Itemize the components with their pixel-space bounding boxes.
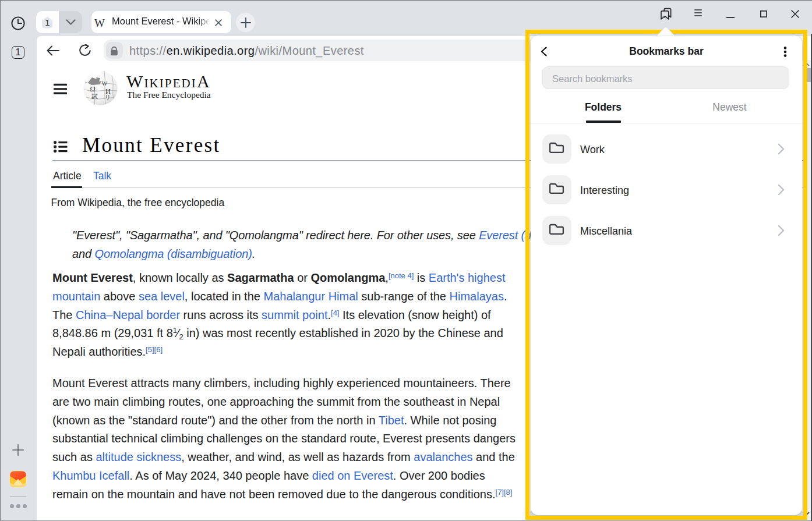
svg-text:リ: リ (105, 94, 111, 100)
svg-text:1: 1 (45, 17, 50, 27)
svg-text:試: 試 (92, 93, 98, 100)
svg-text:W: W (102, 80, 108, 87)
svg-text:Ω: Ω (90, 85, 96, 93)
